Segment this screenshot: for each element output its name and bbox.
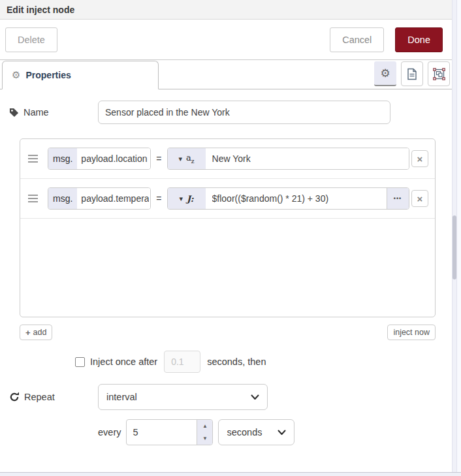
rule-row-temperature: msg. = ▾ J: ••• ×: [20, 179, 435, 219]
list-footer: + add inject now: [20, 325, 436, 340]
close-icon: ×: [417, 154, 423, 164]
inject-once-row: Inject once after seconds, then: [75, 351, 461, 373]
chevron-down-icon: [251, 394, 259, 400]
once-delay-input[interactable]: [164, 351, 200, 373]
type-select-button[interactable]: ▾ J:: [168, 188, 206, 209]
description-tab-button[interactable]: [401, 61, 423, 86]
property-target-field: msg.: [48, 148, 151, 170]
repeat-row: Repeat interval: [9, 384, 461, 410]
drag-handle-icon[interactable]: [25, 158, 40, 159]
document-icon: [407, 68, 417, 80]
property-key-input[interactable]: [77, 188, 150, 209]
value-input[interactable]: [206, 188, 387, 209]
plus-icon: +: [25, 328, 31, 338]
seconds-then-label: seconds, then: [207, 357, 266, 367]
delete-button[interactable]: Delete: [5, 27, 57, 52]
properties-tab-button[interactable]: ⚙: [374, 61, 396, 86]
dialog-toolbar: Delete Cancel Done: [0, 20, 461, 60]
number-spinner: ▲ ▼: [197, 420, 212, 445]
expression-type-icon: J:: [187, 194, 193, 204]
repeat-icon: [9, 392, 20, 402]
inject-now-button[interactable]: inject now: [387, 325, 436, 340]
inject-once-label: Inject once after: [90, 357, 157, 367]
rule-row-location: msg. = ▾ az ×: [20, 139, 435, 179]
name-label: Name: [9, 107, 98, 118]
property-key-input[interactable]: [77, 148, 150, 169]
tab-icon-buttons: ⚙: [374, 61, 450, 86]
appearance-icon: [433, 68, 445, 80]
add-button-label: add: [33, 328, 47, 337]
remove-rule-button[interactable]: ×: [411, 150, 428, 167]
property-target-field: msg.: [48, 187, 151, 210]
type-select-button[interactable]: ▾ az: [168, 148, 206, 169]
string-type-icon: az: [186, 153, 195, 165]
dialog-header: Edit inject node: [0, 0, 461, 20]
spinner-up-button[interactable]: ▲: [197, 420, 212, 432]
remove-rule-button[interactable]: ×: [411, 190, 428, 207]
msg-prefix-label: msg.: [48, 148, 77, 169]
expand-expression-button[interactable]: •••: [387, 188, 409, 209]
typed-value-field: ▾ J: •••: [167, 187, 409, 210]
every-label: every: [98, 427, 121, 437]
vertical-scrollbar: [452, 0, 457, 472]
dialog-title: Edit inject node: [7, 5, 74, 15]
msg-prefix-label: msg.: [48, 188, 77, 209]
inject-once-checkbox[interactable]: [75, 357, 85, 367]
set-properties-list: msg. = ▾ az × msg. =: [20, 138, 436, 317]
interval-unit-select[interactable]: seconds: [218, 419, 294, 445]
repeat-selected-value: interval: [106, 392, 137, 402]
equals-sign: =: [156, 153, 161, 164]
repeat-type-select[interactable]: interval: [98, 384, 268, 410]
tag-icon: [9, 108, 19, 118]
properties-form: Name msg. = ▾ az ×: [0, 89, 461, 472]
dialog-bottom-edge: [0, 472, 461, 476]
gear-icon: ⚙: [380, 67, 390, 80]
tab-properties-label: Properties: [25, 70, 71, 80]
cancel-button[interactable]: Cancel: [330, 27, 384, 52]
interval-value-wrap: ▲ ▼: [126, 419, 213, 445]
drag-handle-icon[interactable]: [25, 198, 40, 199]
interval-row: every ▲ ▼ seconds: [98, 419, 461, 445]
scrollbar-thumb[interactable]: [453, 215, 456, 279]
tab-properties[interactable]: ⚙ Properties: [2, 61, 159, 89]
done-button[interactable]: Done: [395, 27, 443, 52]
close-icon: ×: [417, 194, 423, 204]
name-label-text: Name: [24, 107, 49, 118]
appearance-tab-button[interactable]: [428, 61, 450, 86]
toolbar-right-group: Cancel Done: [330, 27, 443, 52]
chevron-down-icon: [278, 430, 286, 436]
typed-value-field: ▾ az: [167, 148, 409, 170]
repeat-label-text: Repeat: [24, 392, 55, 402]
value-input[interactable]: [206, 148, 409, 169]
editor-tabstrip: ⚙ Properties ⚙: [0, 60, 461, 89]
name-input[interactable]: [98, 101, 390, 124]
unit-selected-value: seconds: [227, 427, 262, 437]
name-row: Name: [9, 99, 461, 125]
repeat-label: Repeat: [9, 392, 98, 402]
ellipsis-icon: •••: [394, 195, 402, 202]
caret-down-icon: ▾: [179, 155, 183, 163]
add-rule-button[interactable]: + add: [20, 325, 52, 340]
caret-down-icon: ▾: [180, 195, 183, 202]
equals-sign: =: [156, 193, 161, 204]
gear-icon: ⚙: [12, 69, 20, 81]
right-gutter: [457, 0, 461, 472]
spinner-down-button[interactable]: ▼: [197, 432, 212, 445]
